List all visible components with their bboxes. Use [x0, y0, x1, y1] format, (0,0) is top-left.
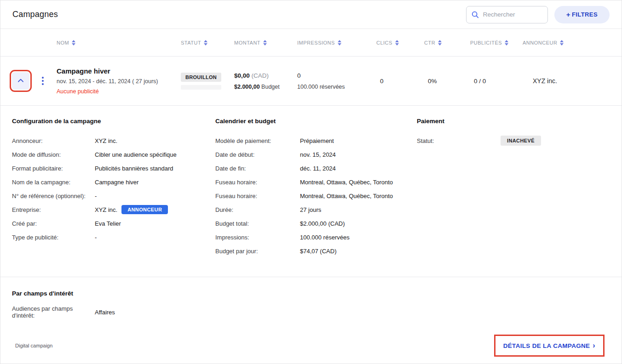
config-row-reference: N° de référence (optionnel): - — [12, 189, 215, 203]
ctr-cell: 0% — [424, 78, 470, 85]
campaign-details-button-label: DÉTAILS DE LA CAMPAGNE — [503, 342, 590, 349]
field-value: déc. 11, 2024 — [300, 165, 336, 172]
search-icon — [471, 11, 479, 19]
campaign-details-button[interactable]: DÉTAILS DE LA CAMPAGNE › — [494, 335, 605, 357]
sort-icon[interactable] — [438, 40, 442, 46]
column-header-publicites[interactable]: PUBLICITÉS — [470, 40, 523, 46]
filters-button-label: FILTRES — [572, 11, 598, 18]
sort-icon[interactable] — [263, 40, 267, 46]
column-header-impressions[interactable]: IMPRESSIONS — [297, 40, 376, 46]
payment-row-statut: Statut: INACHEVÉ — [417, 134, 610, 148]
field-label: Nom de la campagne: — [12, 179, 95, 186]
campaign-name: Campagne hiver — [57, 67, 181, 75]
configuration-section-title: Configuration de la campagne — [12, 118, 215, 125]
calendar-row-debut: Date de début: nov. 15, 2024 — [215, 148, 417, 161]
field-value: $2.000,00 (CAD) — [300, 220, 345, 227]
plus-icon: + — [566, 11, 570, 18]
campaign-warning: Aucune publicité — [57, 88, 181, 95]
filters-button[interactable]: + FILTRES — [554, 6, 610, 23]
progress-bar — [181, 85, 221, 90]
amount-cell: $0,00 (CAD) $2.000,00 Budget — [234, 72, 297, 90]
calendar-row-budget-jour: Budget par jour: $74,07 (CAD) — [215, 244, 417, 258]
field-label: Modèle de paiement: — [215, 137, 300, 144]
column-header-montant[interactable]: MONTANT — [234, 40, 297, 46]
field-label: Budget par jour: — [215, 248, 300, 255]
field-value: - — [95, 234, 97, 241]
sort-icon[interactable] — [505, 40, 508, 46]
chevron-right-icon: › — [593, 342, 595, 349]
campaign-row: Campagne hiver nov. 15, 2024 - déc. 11, … — [0, 57, 622, 105]
field-value: Eva Telier — [95, 220, 121, 227]
field-value: Montreal, Ottawa, Québec, Toronto — [300, 179, 393, 186]
column-label: MONTANT — [234, 40, 260, 46]
calendar-row-fuseau-2: Fuseau horaire: Montreal, Ottawa, Québec… — [215, 189, 417, 203]
campaign-name-cell[interactable]: Campagne hiver nov. 15, 2024 - déc. 11, … — [57, 67, 181, 95]
column-header-annonceur[interactable]: ANNONCEUR — [523, 40, 622, 46]
collapse-row-button[interactable] — [12, 72, 29, 90]
column-label: CTR — [424, 40, 435, 46]
field-value: $74,07 (CAD) — [300, 248, 336, 255]
field-value: Affaires — [95, 309, 115, 316]
sort-icon[interactable] — [338, 40, 341, 46]
field-label: Fuseau horaire: — [215, 193, 300, 199]
config-row-entreprise: Entreprise: XYZ inc. ANNONCEUR — [12, 203, 215, 216]
column-label: IMPRESSIONS — [297, 40, 335, 46]
config-row-nom: Nom de la campagne: Campagne hiver — [12, 175, 215, 189]
column-header-statut[interactable]: STATUT — [181, 40, 234, 46]
field-value: 27 jours — [300, 206, 321, 213]
campaigns-page: Campagnes + FILTRES NOM STATUT — [0, 0, 622, 364]
field-value: Publicités bannières standard — [95, 165, 173, 172]
field-value: XYZ inc. ANNONCEUR — [95, 205, 168, 214]
top-header: Campagnes + FILTRES — [0, 0, 622, 29]
sort-icon[interactable] — [395, 40, 399, 46]
field-label: Fuseau horaire: — [215, 179, 300, 186]
calendar-row-fin: Date de fin: déc. 11, 2024 — [215, 161, 417, 175]
search-box[interactable] — [466, 6, 548, 23]
config-row-diffusion: Mode de diffusion: Cibler une audience s… — [12, 148, 215, 161]
chevron-up-icon — [16, 76, 25, 85]
search-input[interactable] — [483, 11, 538, 18]
calendar-row-fuseau-1: Fuseau horaire: Montreal, Ottawa, Québec… — [215, 175, 417, 189]
field-label: Mode de diffusion: — [12, 151, 95, 158]
calendar-row-impressions: Impressions: 100.000 réservées — [215, 230, 417, 244]
payment-status-badge: INACHEVÉ — [501, 136, 541, 146]
field-value: 100.000 réservées — [300, 234, 350, 241]
status-badge: BROUILLON — [181, 73, 221, 82]
configuration-section: Configuration de la campagne Annonceur: … — [12, 118, 215, 277]
field-value: Montreal, Ottawa, Québec, Toronto — [300, 193, 393, 199]
column-label: ANNONCEUR — [523, 40, 557, 46]
calendar-row-budget-total: Budget total: $2.000,00 (CAD) — [215, 216, 417, 230]
impressions-cell: 0 100.000 réservées — [297, 72, 376, 90]
sort-icon[interactable] — [72, 40, 75, 46]
table-header-row: NOM STATUT MONTANT IMPRESSIONS CLICS CTR… — [0, 29, 622, 57]
annonceur-badge: ANNONCEUR — [121, 205, 168, 214]
field-value: Cibler une audience spécifique — [95, 151, 177, 158]
config-row-cree-par: Créé par: Eva Telier — [12, 216, 215, 230]
kebab-menu-icon[interactable] — [40, 75, 46, 87]
column-header-nom[interactable]: NOM — [57, 40, 181, 46]
sort-icon[interactable] — [204, 40, 207, 46]
impressions-reserved: 100.000 réservées — [297, 84, 376, 90]
payment-section-title: Paiement — [417, 118, 610, 125]
column-header-ctr[interactable]: CTR — [424, 40, 470, 46]
interest-row: Audiences par champs d'intérêt: Affaires — [12, 305, 610, 319]
field-value: Prépaiement — [300, 137, 334, 144]
column-header-clics[interactable]: CLICS — [376, 40, 424, 46]
field-label: Statut: — [417, 137, 501, 144]
impressions-value: 0 — [297, 72, 376, 79]
campaign-dates: nov. 15, 2024 - déc. 11, 2024 ( 27 jours… — [57, 78, 181, 85]
interest-section-title: Par champs d'intérêt — [12, 290, 610, 297]
footer-bar: Digital campaign DÉTAILS DE LA CAMPAGNE … — [0, 328, 622, 364]
config-row-format: Format publicitaire: Publicités bannière… — [12, 161, 215, 175]
field-label: N° de référence (optionnel): — [12, 193, 95, 199]
entreprise-value: XYZ inc. — [95, 206, 117, 213]
sort-icon[interactable] — [560, 40, 564, 46]
row-controls — [0, 72, 57, 90]
field-value: XYZ inc. — [95, 137, 117, 144]
calendar-section-title: Calendrier et budget — [215, 118, 417, 125]
field-value: - — [95, 193, 97, 199]
field-label: Date de début: — [215, 151, 300, 158]
field-label: Format publicitaire: — [12, 165, 95, 172]
config-row-annonceur: Annonceur: XYZ inc. — [12, 134, 215, 148]
campaign-details-panel: Configuration de la campagne Annonceur: … — [0, 105, 622, 277]
